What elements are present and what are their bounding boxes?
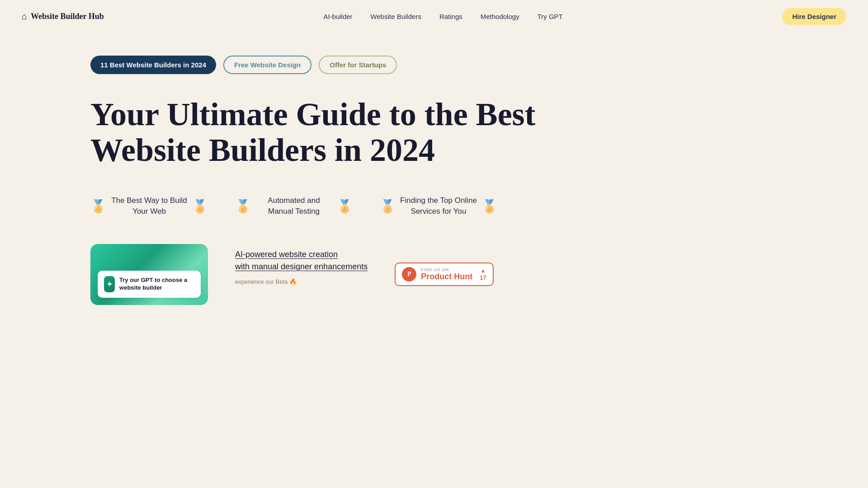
nav-links: AI-builder Website Builders Ratings Meth… bbox=[323, 13, 562, 21]
hire-designer-button[interactable]: Hire Designer bbox=[782, 8, 846, 25]
feature-item-1: 🏅 The Best Way to Build Your Web 🏅 bbox=[90, 195, 208, 217]
pills-row: 11 Best Website Builders in 2024 Free We… bbox=[90, 56, 778, 74]
ai-text-section: AI-powered website creationwith manual d… bbox=[235, 244, 368, 285]
product-hunt-name: Product Hunt bbox=[421, 272, 472, 282]
product-hunt-count: ▲ 17 bbox=[480, 267, 486, 281]
feature-text-1: The Best Way to Build Your Web bbox=[111, 195, 188, 217]
main-content: 11 Best Website Builders in 2024 Free We… bbox=[0, 33, 868, 305]
product-hunt-number: 17 bbox=[480, 274, 486, 281]
laurel-left-icon-1: 🏅 bbox=[90, 199, 106, 214]
gpt-label: Try our GPT to choose a website builder bbox=[119, 277, 194, 292]
pill-free-design[interactable]: Free Website Design bbox=[223, 56, 311, 74]
laurel-right-icon-1: 🏅 bbox=[192, 199, 208, 214]
nav-item-methodology[interactable]: Methodology bbox=[481, 13, 519, 20]
product-hunt-badge[interactable]: P FIND US ON Product Hunt ▲ 17 bbox=[395, 263, 493, 286]
product-hunt-logo: P bbox=[402, 267, 416, 282]
features-row: 🏅 The Best Way to Build Your Web 🏅 🏅 Aut… bbox=[90, 195, 778, 217]
laurel-left-icon-2: 🏅 bbox=[235, 199, 251, 214]
bottom-section: ✦ Try our GPT to choose a website builde… bbox=[90, 244, 778, 305]
product-hunt-arrow-icon: ▲ bbox=[480, 267, 486, 274]
nav-item-try-gpt[interactable]: Try GPT bbox=[538, 13, 563, 20]
laurel-right-icon-3: 🏅 bbox=[481, 199, 497, 214]
hero-title: Your Ultimate Guide to the Best Website … bbox=[90, 97, 588, 168]
feature-text-3: Finding the Top Online Services for You bbox=[400, 195, 477, 217]
nav-item-ratings[interactable]: Ratings bbox=[439, 13, 462, 20]
laurel-right-icon-2: 🏅 bbox=[337, 199, 353, 214]
logo-laurel-left: ⌂ bbox=[22, 11, 27, 22]
feature-text-2: Automated and Manual Testing bbox=[255, 195, 332, 217]
pill-startups[interactable]: Offer for Startups bbox=[319, 56, 397, 74]
logo-text: Website Builder Hub bbox=[31, 12, 104, 21]
ai-main-text[interactable]: AI-powered website creationwith manual d… bbox=[235, 249, 368, 273]
logo[interactable]: ⌂ Website Builder Hub bbox=[22, 11, 104, 22]
gpt-card[interactable]: ✦ Try our GPT to choose a website builde… bbox=[90, 244, 208, 305]
product-hunt-text: FIND US ON Product Hunt bbox=[421, 267, 472, 282]
product-hunt-find-text: FIND US ON bbox=[421, 267, 472, 272]
feature-item-2: 🏅 Automated and Manual Testing 🏅 bbox=[235, 195, 353, 217]
feature-item-3: 🏅 Finding the Top Online Services for Yo… bbox=[380, 195, 497, 217]
navbar: ⌂ Website Builder Hub AI-builder Website… bbox=[0, 0, 868, 33]
gpt-inner-card: ✦ Try our GPT to choose a website builde… bbox=[98, 271, 201, 298]
laurel-left-icon-3: 🏅 bbox=[380, 199, 396, 214]
nav-item-ai-builder[interactable]: AI-builder bbox=[323, 13, 352, 20]
ai-beta-text: experience our Beta 🔥 bbox=[235, 278, 368, 285]
nav-item-website-builders[interactable]: Website Builders bbox=[371, 13, 421, 20]
pill-best-builders[interactable]: 11 Best Website Builders in 2024 bbox=[90, 56, 216, 74]
gpt-icon: ✦ bbox=[104, 276, 115, 292]
